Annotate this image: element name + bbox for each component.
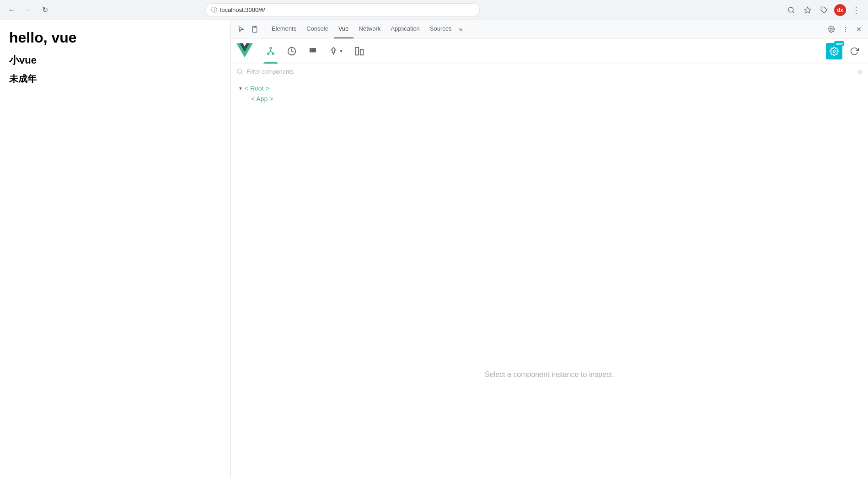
- tab-separator: [264, 25, 264, 34]
- filter-bar: ◇: [231, 64, 868, 79]
- app-tree-item[interactable]: < App >: [251, 95, 861, 103]
- component-tree-button[interactable]: [262, 43, 279, 59]
- chrome-right-buttons: dx ⋮: [785, 4, 863, 16]
- tab-vue[interactable]: Vue: [334, 20, 354, 38]
- performance-icon: [354, 46, 364, 56]
- svg-line-11: [268, 51, 271, 53]
- tab-sources[interactable]: Sources: [425, 20, 456, 38]
- new-badge: new: [834, 41, 844, 46]
- svg-line-26: [241, 73, 242, 74]
- device-icon: [251, 26, 258, 33]
- devtools-right-icons: ⋮ ✕: [825, 22, 864, 37]
- devtools-settings-button[interactable]: [825, 22, 838, 37]
- svg-point-19: [314, 48, 316, 50]
- svg-rect-23: [360, 49, 363, 55]
- puzzle-icon: [820, 6, 828, 14]
- component-tree: ▼ < Root > < App >: [231, 79, 868, 271]
- inspector-placeholder-text: Select a component instance to inspect.: [485, 371, 614, 379]
- security-icon: ⓘ: [211, 6, 217, 14]
- svg-rect-4: [252, 26, 257, 32]
- app-component-tag[interactable]: < App >: [251, 95, 273, 102]
- tree-expand-arrow[interactable]: ▼: [238, 86, 243, 91]
- svg-point-16: [314, 50, 316, 52]
- page-content: hello, vue 小vue 未成年: [0, 20, 231, 478]
- tab-application[interactable]: Application: [386, 20, 424, 38]
- bookmark-button[interactable]: [801, 4, 814, 16]
- vuex-button[interactable]: [283, 43, 300, 59]
- chrome-menu-button[interactable]: ⋮: [850, 4, 863, 16]
- filter-components-input[interactable]: [246, 68, 854, 75]
- main-layout: hello, vue 小vue 未成年 Elements Console Vue…: [0, 20, 868, 478]
- filter-right-diamond: ◇: [857, 68, 863, 75]
- tab-network[interactable]: Network: [354, 20, 386, 38]
- svg-marker-2: [804, 7, 810, 13]
- devtools-close-button[interactable]: ✕: [853, 22, 864, 37]
- root-tree-item[interactable]: ▼ < Root >: [238, 85, 861, 92]
- avatar: dx: [834, 4, 846, 16]
- page-title: hello, vue: [9, 29, 221, 46]
- cursor-icon: [237, 26, 245, 33]
- tab-elements[interactable]: Elements: [267, 20, 301, 38]
- root-component-tag[interactable]: < Root >: [245, 85, 269, 92]
- component-tree-icon: [266, 46, 276, 56]
- star-icon: [804, 6, 811, 14]
- events-icon: [308, 46, 318, 56]
- svg-point-25: [237, 69, 241, 73]
- search-icon: [788, 6, 795, 14]
- events-button[interactable]: [304, 43, 321, 59]
- tab-console[interactable]: Console: [302, 20, 333, 38]
- url-text: localhost:3000/#/: [220, 6, 265, 13]
- inspector-section: Select a component instance to inspect.: [231, 271, 868, 478]
- devtools-tab-bar: Elements Console Vue Network Application…: [231, 20, 868, 38]
- gear-icon: [828, 26, 835, 33]
- routing-dropdown-arrow: ▼: [339, 48, 343, 54]
- svg-point-14: [310, 50, 312, 52]
- browser-chrome: ← → ↻ ⓘ localhost:3000/#/ dx ⋮: [0, 0, 868, 20]
- settings-gear-icon: [830, 47, 839, 56]
- settings-btn-wrapper: new: [826, 43, 842, 59]
- svg-marker-20: [331, 47, 336, 53]
- page-subtitle: 小vue: [9, 54, 221, 67]
- more-tabs-button[interactable]: »: [457, 23, 465, 36]
- filter-search-icon: [236, 68, 243, 75]
- history-icon: [287, 46, 297, 56]
- refresh-button[interactable]: [846, 44, 863, 59]
- svg-line-1: [793, 11, 794, 13]
- page-text: 未成年: [9, 73, 221, 85]
- svg-rect-5: [254, 26, 256, 27]
- svg-point-0: [788, 7, 793, 12]
- svg-point-15: [312, 50, 314, 52]
- vue-logo: [236, 42, 253, 60]
- back-button[interactable]: ←: [5, 4, 18, 16]
- extensions-button[interactable]: [818, 4, 830, 16]
- routing-icon: [329, 47, 338, 56]
- performance-button[interactable]: [351, 43, 368, 59]
- routing-button[interactable]: ▼: [325, 44, 347, 59]
- devtools-panel: Elements Console Vue Network Application…: [231, 20, 868, 478]
- svg-line-12: [271, 51, 273, 53]
- svg-point-9: [273, 53, 274, 54]
- svg-point-18: [312, 48, 314, 50]
- search-button[interactable]: [785, 4, 798, 16]
- forward-button[interactable]: →: [22, 4, 35, 16]
- inspect-element-button[interactable]: [235, 22, 247, 37]
- svg-point-7: [270, 47, 272, 49]
- svg-point-24: [833, 50, 836, 52]
- svg-point-8: [268, 53, 269, 54]
- refresh-icon: [850, 47, 859, 56]
- vue-toolbar: ▼ new: [231, 38, 868, 64]
- svg-point-6: [830, 28, 832, 30]
- svg-rect-22: [356, 47, 359, 55]
- reload-button[interactable]: ↻: [38, 4, 51, 16]
- address-bar: ⓘ localhost:3000/#/: [205, 3, 480, 17]
- device-toggle-button[interactable]: [248, 22, 261, 37]
- devtools-more-button[interactable]: ⋮: [840, 22, 852, 37]
- svg-point-17: [310, 48, 312, 50]
- component-tree-section: ◇ ▼ < Root > < App >: [231, 64, 868, 271]
